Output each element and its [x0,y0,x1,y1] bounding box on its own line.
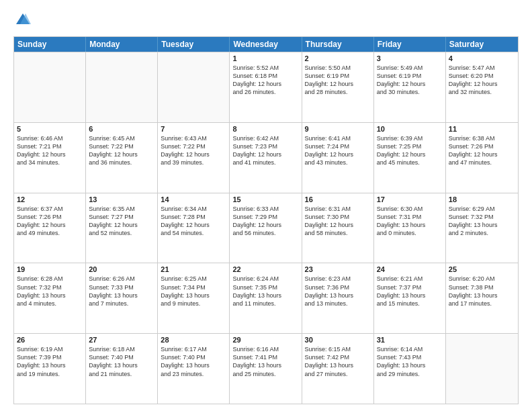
cal-cell-r4c0: 26Sunrise: 6:19 AM Sunset: 7:39 PM Dayli… [14,334,86,404]
cal-cell-r0c3: 1Sunrise: 5:52 AM Sunset: 6:18 PM Daylig… [230,52,302,122]
cal-cell-r3c0: 19Sunrise: 6:28 AM Sunset: 7:32 PM Dayli… [14,263,86,333]
cal-header-tuesday: Tuesday [158,37,230,52]
header [13,11,519,30]
cell-info: Sunrise: 6:17 AM Sunset: 7:40 PM Dayligh… [161,345,226,378]
cal-cell-r2c3: 15Sunrise: 6:33 AM Sunset: 7:29 PM Dayli… [230,193,302,263]
cell-info: Sunrise: 5:47 AM Sunset: 6:20 PM Dayligh… [449,64,515,97]
cell-info: Sunrise: 6:39 AM Sunset: 7:25 PM Dayligh… [377,134,443,167]
day-number: 10 [377,125,443,133]
cell-info: Sunrise: 6:41 AM Sunset: 7:24 PM Dayligh… [305,134,371,167]
day-number: 6 [89,125,154,133]
cal-cell-r4c4: 30Sunrise: 6:15 AM Sunset: 7:42 PM Dayli… [302,334,374,404]
cell-info: Sunrise: 6:28 AM Sunset: 7:32 PM Dayligh… [17,275,83,308]
day-number: 14 [161,195,226,203]
cal-cell-r0c4: 2Sunrise: 5:50 AM Sunset: 6:19 PM Daylig… [302,52,374,122]
cal-cell-r0c2 [158,52,230,122]
cal-row-5: 26Sunrise: 6:19 AM Sunset: 7:39 PM Dayli… [14,333,518,404]
cal-row-2: 5Sunrise: 6:46 AM Sunset: 7:21 PM Daylig… [14,122,518,193]
cell-info: Sunrise: 6:25 AM Sunset: 7:34 PM Dayligh… [161,275,226,308]
cal-cell-r1c1: 6Sunrise: 6:45 AM Sunset: 7:22 PM Daylig… [86,123,158,193]
day-number: 27 [89,336,154,344]
cell-info: Sunrise: 6:33 AM Sunset: 7:29 PM Dayligh… [232,205,298,238]
cell-info: Sunrise: 5:50 AM Sunset: 6:19 PM Dayligh… [305,64,371,97]
cal-cell-r2c4: 16Sunrise: 6:31 AM Sunset: 7:30 PM Dayli… [302,193,374,263]
cal-header-sunday: Sunday [14,37,86,52]
day-number: 2 [305,54,371,62]
cal-header-saturday: Saturday [446,37,518,52]
cal-cell-r0c6: 4Sunrise: 5:47 AM Sunset: 6:20 PM Daylig… [446,52,518,122]
cal-row-4: 19Sunrise: 6:28 AM Sunset: 7:32 PM Dayli… [14,263,518,333]
day-number: 19 [17,265,83,273]
cal-cell-r0c5: 3Sunrise: 5:49 AM Sunset: 6:19 PM Daylig… [374,52,446,122]
cal-cell-r0c1 [86,52,158,122]
cal-cell-r2c2: 14Sunrise: 6:34 AM Sunset: 7:28 PM Dayli… [158,193,230,263]
cal-cell-r0c0 [14,52,86,122]
cal-cell-r2c1: 13Sunrise: 6:35 AM Sunset: 7:27 PM Dayli… [86,193,158,263]
day-number: 3 [377,54,443,62]
calendar-body: 1Sunrise: 5:52 AM Sunset: 6:18 PM Daylig… [14,52,518,404]
cell-info: Sunrise: 6:15 AM Sunset: 7:42 PM Dayligh… [305,345,371,378]
cal-cell-r2c0: 12Sunrise: 6:37 AM Sunset: 7:26 PM Dayli… [14,193,86,263]
cell-info: Sunrise: 6:26 AM Sunset: 7:33 PM Dayligh… [89,275,154,308]
day-number: 28 [161,336,226,344]
cell-info: Sunrise: 6:35 AM Sunset: 7:27 PM Dayligh… [89,205,154,238]
day-number: 13 [89,195,154,203]
cell-info: Sunrise: 6:31 AM Sunset: 7:30 PM Dayligh… [305,205,371,238]
cell-info: Sunrise: 6:24 AM Sunset: 7:35 PM Dayligh… [232,275,298,308]
cell-info: Sunrise: 6:21 AM Sunset: 7:37 PM Dayligh… [377,275,443,308]
cal-cell-r3c1: 20Sunrise: 6:26 AM Sunset: 7:33 PM Dayli… [86,263,158,333]
cell-info: Sunrise: 6:38 AM Sunset: 7:26 PM Dayligh… [449,134,515,167]
cal-cell-r3c4: 23Sunrise: 6:23 AM Sunset: 7:36 PM Dayli… [302,263,374,333]
cell-info: Sunrise: 6:45 AM Sunset: 7:22 PM Dayligh… [89,134,154,167]
cell-info: Sunrise: 6:30 AM Sunset: 7:31 PM Dayligh… [377,205,443,238]
cal-header-wednesday: Wednesday [230,37,302,52]
cell-info: Sunrise: 6:29 AM Sunset: 7:32 PM Dayligh… [449,205,515,238]
day-number: 29 [232,336,298,344]
page: SundayMondayTuesdayWednesdayThursdayFrid… [0,0,532,411]
cal-cell-r1c3: 8Sunrise: 6:42 AM Sunset: 7:23 PM Daylig… [230,123,302,193]
cal-cell-r4c6 [446,334,518,404]
cell-info: Sunrise: 6:20 AM Sunset: 7:38 PM Dayligh… [449,275,515,308]
cal-cell-r3c6: 25Sunrise: 6:20 AM Sunset: 7:38 PM Dayli… [446,263,518,333]
day-number: 9 [305,125,371,133]
cal-row-1: 1Sunrise: 5:52 AM Sunset: 6:18 PM Daylig… [14,52,518,122]
cal-row-3: 12Sunrise: 6:37 AM Sunset: 7:26 PM Dayli… [14,193,518,263]
cal-cell-r3c3: 22Sunrise: 6:24 AM Sunset: 7:35 PM Dayli… [230,263,302,333]
day-number: 24 [377,265,443,273]
cell-info: Sunrise: 5:52 AM Sunset: 6:18 PM Dayligh… [232,64,298,97]
cal-cell-r2c6: 18Sunrise: 6:29 AM Sunset: 7:32 PM Dayli… [446,193,518,263]
cal-cell-r4c5: 31Sunrise: 6:14 AM Sunset: 7:43 PM Dayli… [374,334,446,404]
day-number: 20 [89,265,154,273]
day-number: 26 [17,336,83,344]
day-number: 11 [449,125,515,133]
day-number: 30 [305,336,371,344]
cal-cell-r3c5: 24Sunrise: 6:21 AM Sunset: 7:37 PM Dayli… [374,263,446,333]
logo-icon [13,11,32,30]
cal-cell-r3c2: 21Sunrise: 6:25 AM Sunset: 7:34 PM Dayli… [158,263,230,333]
cal-cell-r4c2: 28Sunrise: 6:17 AM Sunset: 7:40 PM Dayli… [158,334,230,404]
cal-cell-r1c6: 11Sunrise: 6:38 AM Sunset: 7:26 PM Dayli… [446,123,518,193]
cell-info: Sunrise: 6:42 AM Sunset: 7:23 PM Dayligh… [232,134,298,167]
cell-info: Sunrise: 6:46 AM Sunset: 7:21 PM Dayligh… [17,134,83,167]
cal-cell-r1c2: 7Sunrise: 6:43 AM Sunset: 7:22 PM Daylig… [158,123,230,193]
day-number: 7 [161,125,226,133]
day-number: 1 [232,54,298,62]
calendar-header-row: SundayMondayTuesdayWednesdayThursdayFrid… [14,37,518,52]
day-number: 23 [305,265,371,273]
cal-cell-r1c4: 9Sunrise: 6:41 AM Sunset: 7:24 PM Daylig… [302,123,374,193]
cal-cell-r2c5: 17Sunrise: 6:30 AM Sunset: 7:31 PM Dayli… [374,193,446,263]
day-number: 8 [232,125,298,133]
calendar: SundayMondayTuesdayWednesdayThursdayFrid… [13,36,519,404]
day-number: 21 [161,265,226,273]
cal-header-thursday: Thursday [302,37,374,52]
cell-info: Sunrise: 5:49 AM Sunset: 6:19 PM Dayligh… [377,64,443,97]
cell-info: Sunrise: 6:43 AM Sunset: 7:22 PM Dayligh… [161,134,226,167]
day-number: 12 [17,195,83,203]
cal-cell-r4c1: 27Sunrise: 6:18 AM Sunset: 7:40 PM Dayli… [86,334,158,404]
day-number: 5 [17,125,83,133]
cal-cell-r1c5: 10Sunrise: 6:39 AM Sunset: 7:25 PM Dayli… [374,123,446,193]
cell-info: Sunrise: 6:14 AM Sunset: 7:43 PM Dayligh… [377,345,443,378]
cell-info: Sunrise: 6:23 AM Sunset: 7:36 PM Dayligh… [305,275,371,308]
day-number: 18 [449,195,515,203]
day-number: 22 [232,265,298,273]
